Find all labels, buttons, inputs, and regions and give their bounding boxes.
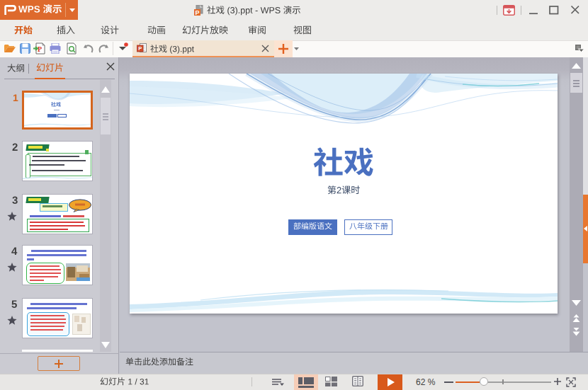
svg-text:P: P bbox=[195, 9, 199, 16]
svg-text:P: P bbox=[38, 45, 42, 53]
svg-text:P: P bbox=[138, 45, 142, 52]
